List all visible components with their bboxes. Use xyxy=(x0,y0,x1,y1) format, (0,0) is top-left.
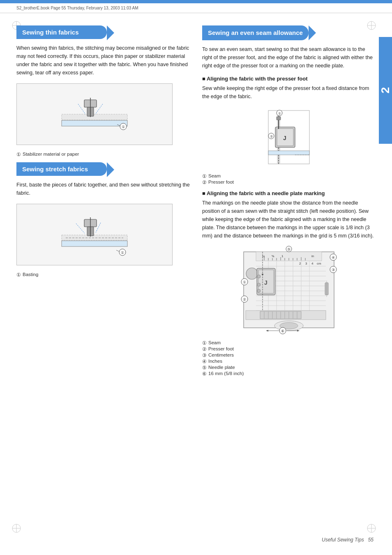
svg-text:J: J xyxy=(283,135,286,141)
svg-rect-40 xyxy=(277,117,281,120)
svg-point-84 xyxy=(246,268,258,279)
np-cap-num-1: ① xyxy=(202,340,207,346)
svg-line-27 xyxy=(76,223,85,233)
pf-cap-num-2: ② xyxy=(202,180,207,185)
needle-plate-diagram-container: ¼ ⅝ 1 in xyxy=(202,246,376,336)
svg-text:①: ① xyxy=(278,112,281,115)
np-cap-num-2: ② xyxy=(202,346,207,352)
svg-marker-121 xyxy=(266,330,268,332)
aligning-presser-foot-text: Sew while keeping the right edge of the … xyxy=(202,84,376,101)
presser-foot-seam-diagram-container: J ① ② xyxy=(202,106,376,169)
np-caption-6: ⑥ 16 mm (5/8 inch) xyxy=(202,371,376,377)
np-cap-num-4: ④ xyxy=(202,359,207,364)
svg-text:3: 3 xyxy=(305,262,307,265)
svg-text:1: 1 xyxy=(281,254,284,258)
svg-text:4: 4 xyxy=(311,262,314,265)
chapter-number: 2 xyxy=(379,87,392,94)
svg-text:②: ② xyxy=(243,297,246,302)
svg-point-89 xyxy=(257,283,261,286)
svg-text:④: ④ xyxy=(332,256,335,260)
header-meta: S2_brotherE.book Page 55 Thursday, Febru… xyxy=(0,3,392,13)
page: S2_brotherE.book Page 55 Thursday, Febru… xyxy=(0,0,392,555)
thin-fabrics-title: Sewing thin fabrics xyxy=(16,25,107,39)
stretch-fabrics-caption-1: ① Basting xyxy=(16,272,190,278)
thin-fabrics-diagram: ① xyxy=(16,83,173,145)
np-caption-3: ③ Centimeters xyxy=(202,352,376,358)
svg-text:2: 2 xyxy=(299,262,301,265)
np-caption-5: ⑤ Needle plate xyxy=(202,365,376,371)
svg-rect-13 xyxy=(62,114,127,120)
stretch-fabrics-caption: ① Basting xyxy=(16,272,190,278)
svg-point-88 xyxy=(257,275,261,278)
svg-text:⅝: ⅝ xyxy=(272,254,274,258)
np-caption-1: ① Seam xyxy=(202,340,376,346)
svg-rect-12 xyxy=(62,120,127,126)
svg-rect-23 xyxy=(62,235,127,240)
svg-text:③: ③ xyxy=(332,268,335,272)
svg-text:⑤: ⑤ xyxy=(287,247,291,251)
seam-allowance-body: To sew an even seam, start sewing so tha… xyxy=(202,45,376,70)
svg-rect-41 xyxy=(268,151,309,155)
stretch-fabrics-body: First, baste the pieces of fabric togeth… xyxy=(16,181,190,197)
seam-allowance-title: Sewing an even seam allowance xyxy=(202,25,309,40)
presser-foot-seam-diagram: J ① ② xyxy=(262,106,316,169)
svg-text:⑥: ⑥ xyxy=(281,329,284,333)
svg-text:①: ① xyxy=(121,251,124,255)
needle-plate-svg: ¼ ⅝ 1 in xyxy=(235,246,342,336)
thin-fabrics-caption: ① Stabilizer material or paper xyxy=(16,152,190,157)
thin-fabrics-caption-1: ① Stabilizer material or paper xyxy=(16,152,190,157)
main-content: Sewing thin fabrics When sewing thin fab… xyxy=(0,13,392,394)
presser-foot-seam-caption: ① Seam ② Presser foot xyxy=(202,173,376,185)
pf-caption-2: ② Presser foot xyxy=(202,180,376,185)
aligning-presser-foot-label: Aligning the fabric with the presser foo… xyxy=(202,76,376,82)
seam-presser-svg: J ① ② xyxy=(262,106,316,168)
svg-line-32 xyxy=(116,250,119,251)
chapter-sidebar: 2 xyxy=(379,37,392,144)
right-column: Sewing an even seam allowance To sew an … xyxy=(202,25,376,382)
svg-text:①: ① xyxy=(122,125,125,129)
np-cap-num-6: ⑥ xyxy=(202,371,207,377)
needle-plate-caption: ① Seam ② Presser foot ③ Centimeters ④ In… xyxy=(202,340,376,377)
aligning-needle-plate-text: The markings on the needle plate show th… xyxy=(202,199,376,240)
footer-text: Useful Sewing Tips 55 xyxy=(322,537,374,543)
stretch-fabrics-section: Sewing stretch fabrics First, baste the … xyxy=(16,162,190,278)
seam-allowance-section: Sewing an even seam allowance To sew an … xyxy=(202,25,376,377)
svg-text:in: in xyxy=(311,254,314,258)
svg-rect-22 xyxy=(62,241,127,246)
top-bar xyxy=(0,0,392,3)
stretch-fabrics-diagram: ① xyxy=(16,204,173,265)
np-caption-2: ② Presser foot xyxy=(202,346,376,352)
footer: Useful Sewing Tips 55 xyxy=(322,537,374,543)
thin-fabrics-body: When sewing thin fabrics, the stitching … xyxy=(16,44,190,77)
pf-caption-1: ① Seam xyxy=(202,173,376,179)
thin-fabrics-section: Sewing thin fabrics When sewing thin fab… xyxy=(16,25,190,157)
caption-num-1: ① xyxy=(16,152,21,157)
np-caption-4: ④ Inches xyxy=(202,359,376,364)
svg-marker-122 xyxy=(297,330,300,332)
thin-fabrics-svg: ① xyxy=(53,83,136,145)
aligning-needle-plate-label: Aligning the fabric with a needle plate … xyxy=(202,190,376,196)
stretch-fabrics-title: Sewing stretch fabrics xyxy=(16,162,107,176)
reg-mark-br xyxy=(367,523,376,534)
svg-point-90 xyxy=(257,289,261,292)
svg-text:②: ② xyxy=(270,135,273,138)
reg-mark-bl xyxy=(12,523,21,534)
stretch-fabrics-svg: ① xyxy=(53,204,136,265)
svg-text:cm: cm xyxy=(317,262,321,265)
left-column: Sewing thin fabrics When sewing thin fab… xyxy=(16,25,190,382)
svg-text:J: J xyxy=(264,279,267,286)
caption-num-s1: ① xyxy=(16,272,21,278)
np-cap-num-5: ⑤ xyxy=(202,365,207,371)
pf-cap-num-1: ① xyxy=(202,173,207,179)
np-cap-num-3: ③ xyxy=(202,352,207,358)
reg-mark-tr xyxy=(367,21,376,32)
svg-text:①: ① xyxy=(243,280,246,284)
